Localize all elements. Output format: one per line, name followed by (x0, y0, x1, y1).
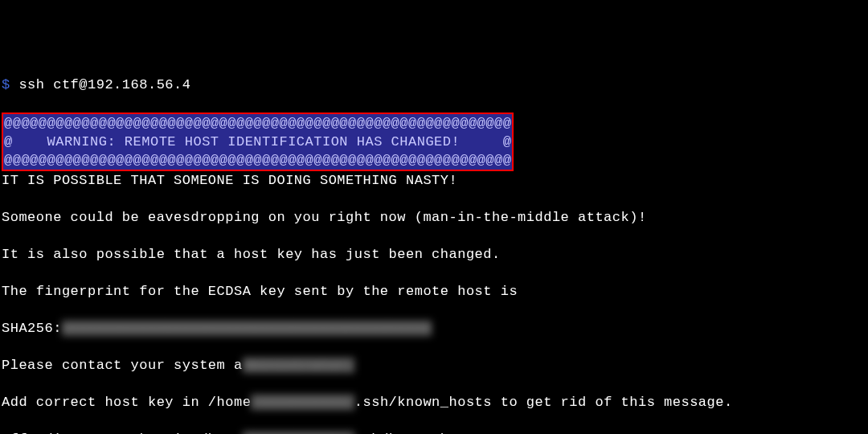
redacted-path: /XXXXXXXXXX/ (251, 395, 354, 410)
text-fragment: .ssh/known_hosts to get rid of this mess… (354, 395, 733, 410)
body-line: IT IS POSSIBLE THAT SOMEONE IS DOING SOM… (2, 171, 868, 190)
text-fragment: Please contact your system a (2, 358, 243, 373)
body-line: Offending ECDSA key in /home/XXXXXXXXXX/… (2, 430, 868, 434)
body-line: Someone could be eavesdropping on you ri… (2, 208, 868, 227)
ssh-command: ssh ctf@192.168.56.4 (18, 77, 190, 92)
prompt-line-1[interactable]: $ ssh ctf@192.168.56.4 (2, 76, 868, 94)
body-line: Please contact your system administrator… (2, 356, 868, 375)
body-line: SHA256:XXXXXXXXXXXXXXXXXXXXXXXXXXXXXXXXX… (2, 319, 868, 338)
body-line: It is also possible that a host key has … (2, 245, 868, 264)
text-fragment: Add correct host key in /home (2, 395, 251, 410)
warn-message: @ WARNING: REMOTE HOST IDENTIFICATION HA… (4, 134, 511, 149)
body-line: Add correct host key in /home/XXXXXXXXXX… (2, 393, 868, 411)
fingerprint-redacted: XXXXXXXXXXXXXXXXXXXXXXXXXXXXXXXXXXXXXXXX… (62, 321, 432, 336)
sha-label: SHA256: (2, 321, 62, 336)
warn-border-bot: @@@@@@@@@@@@@@@@@@@@@@@@@@@@@@@@@@@@@@@@… (4, 153, 511, 168)
prompt-dollar: $ (2, 77, 10, 92)
redacted: dministrator. (243, 358, 354, 373)
warning-banner: @@@@@@@@@@@@@@@@@@@@@@@@@@@@@@@@@@@@@@@@… (2, 113, 514, 171)
warn-border-top: @@@@@@@@@@@@@@@@@@@@@@@@@@@@@@@@@@@@@@@@… (4, 116, 511, 131)
body-line: The fingerprint for the ECDSA key sent b… (2, 282, 868, 301)
